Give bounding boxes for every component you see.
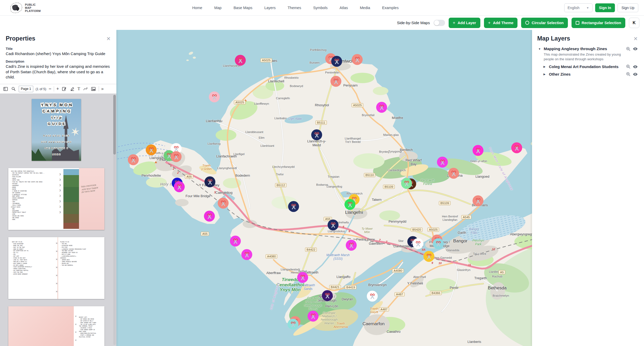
sign-up-button[interactable]: Sign Up [618, 3, 638, 12]
add-theme-button[interactable]: + Add Theme [484, 18, 518, 28]
page-number-input[interactable] [19, 86, 33, 92]
zoom-to-layer-icon[interactable] [626, 47, 630, 51]
zine-marker-scissors[interactable] [448, 168, 459, 179]
zine-title: Cadi Richardson (she/her) Ynys Môn Campi… [0, 51, 116, 56]
zine-marker-scissors[interactable] [171, 151, 182, 162]
fold-marks: ❯ ❯ ❯ ❯ ❯ ❯ ❯ ❯ [59, 172, 61, 215]
nav-item-examples[interactable]: Examples [382, 6, 399, 10]
zine-marker-scissors[interactable] [346, 240, 357, 251]
zine-marker-scissors[interactable] [235, 55, 246, 66]
chevron-down-icon: ▼ [586, 6, 589, 9]
zine-marker-scissors[interactable] [473, 145, 483, 156]
pdf-page-4[interactable]: ✕ ✕ ✕ ✕ ✕ BUCKET LIST: - GET BOOZE AND D… [8, 306, 104, 346]
image-icon[interactable] [91, 86, 96, 92]
layer-group-description: This map demonstrated the Zines created … [532, 52, 644, 63]
nav-item-base-maps[interactable]: Base Maps [234, 6, 253, 10]
cover-tagline-row: andappreciation [32, 139, 81, 144]
nav-item-media[interactable]: Media [360, 6, 370, 10]
cover-letters-row: GUIDE [32, 121, 81, 126]
zine-marker-scissors[interactable] [433, 238, 444, 249]
zine-marker-scissors[interactable] [331, 56, 342, 67]
zine-marker-scissors[interactable] [204, 176, 215, 187]
zine-marker-scissors[interactable] [413, 238, 423, 249]
what-not-to-do-list: WHAT NOT TO DO: - KISS EACHOTHER - BURN … [12, 241, 54, 275]
nav-item-home[interactable]: Home [192, 6, 202, 10]
side-by-side-toggle[interactable] [434, 20, 445, 26]
zine-marker-scissors[interactable] [401, 178, 412, 189]
language-select[interactable]: English ▼ [564, 3, 593, 12]
text-tool-icon[interactable]: T [77, 86, 80, 91]
draw-icon[interactable] [83, 86, 88, 92]
zine-marker-scissors[interactable] [297, 272, 308, 283]
zoom-in-button[interactable]: + [56, 86, 59, 92]
close-icon[interactable]: ✕ [106, 36, 111, 41]
rectangle-icon [576, 21, 579, 25]
zine-marker-scissors[interactable] [322, 290, 333, 301]
highlighter-icon[interactable] [69, 86, 75, 92]
visibility-eye-icon[interactable] [633, 65, 638, 69]
nav-item-layers[interactable]: Layers [264, 6, 276, 10]
pink-page: THIS PHOTOGR- -APH WAS TAKEN IN YNYS MON [79, 168, 104, 230]
zoom-to-layer-icon[interactable] [626, 64, 630, 69]
zine-marker-scissors[interactable] [328, 219, 338, 230]
layer-child-row[interactable]: ▶ Coleg Menai Art Foundation Students [532, 63, 644, 70]
more-tools-button[interactable]: » [101, 86, 104, 91]
zine-marker-scissors[interactable] [288, 319, 298, 330]
map-layers-panel: Map Layers ✕ ▼ Mapping Anglesey through … [532, 30, 644, 346]
zine-marker-scissors[interactable] [311, 129, 322, 140]
zoom-to-layer-icon[interactable] [626, 72, 630, 76]
zine-marker-scissors[interactable] [230, 236, 241, 247]
zine-marker-scissors[interactable] [288, 201, 299, 212]
pdf-scrollbar[interactable] [113, 95, 116, 345]
pdf-page-2[interactable]: YNYS MON CAMPING TRIP ESSENTIALS: - FOR … [8, 168, 104, 230]
visibility-eye-icon[interactable] [633, 47, 638, 51]
circular-selection-button[interactable]: Circular Selection [521, 18, 568, 28]
sign-in-button[interactable]: Sign In [595, 3, 615, 12]
pdf-page-1-cover[interactable]: ✶ YNYSMONCAMPINGtripGUIDEhaveyourpickand… [32, 99, 81, 161]
zoom-out-button[interactable]: − [49, 86, 51, 92]
zine-marker-scissors[interactable] [473, 195, 483, 206]
expand-triangle-icon[interactable]: ▶ [543, 73, 547, 76]
zine-marker-scissors[interactable] [209, 91, 220, 102]
collapse-triangle-icon[interactable]: ▼ [538, 48, 541, 50]
nav-item-themes[interactable]: Themes [288, 6, 301, 10]
rectangular-selection-button[interactable]: Rectangular Selection [572, 18, 625, 28]
zine-description: Cadi's Zine is inspired by her love of c… [0, 64, 116, 80]
expand-triangle-icon[interactable]: ▶ [543, 65, 547, 68]
zine-marker-scissors[interactable] [511, 142, 522, 153]
zine-marker-scissors[interactable] [352, 54, 363, 65]
zine-marker-scissors[interactable] [128, 154, 139, 165]
zine-marker-scissors[interactable] [367, 291, 378, 302]
nav-item-symbols[interactable]: Symbols [313, 6, 328, 10]
zine-marker-scissors[interactable] [308, 311, 318, 322]
keyboard-shortcut-button[interactable]: K [629, 18, 639, 28]
pdf-page-3[interactable]: WHAT NOT TO DO: - KISS EACHOTHER - BURN … [8, 237, 104, 299]
search-icon[interactable] [11, 86, 16, 92]
layer-child-row[interactable]: ▶ Other Zines [532, 70, 644, 78]
language-value: English [568, 6, 580, 10]
close-icon[interactable]: ✕ [633, 36, 638, 41]
zine-marker-scissors[interactable] [437, 157, 448, 168]
zine-marker-scissors[interactable] [241, 249, 252, 260]
add-layer-button[interactable]: + Add Layer [449, 18, 480, 28]
zine-marker-scissors[interactable] [204, 211, 215, 222]
zine-marker-scissors[interactable] [376, 102, 387, 113]
fold-marks: ✕ ✕ ✕ ✕ ✕ [75, 312, 77, 346]
zine-marker-scissors[interactable] [174, 181, 185, 192]
zine-marker-scissors[interactable] [146, 144, 157, 155]
nav-item-map[interactable]: Map [214, 6, 222, 10]
app-logo[interactable]: PUBLIC MAP PLATFORM [9, 1, 41, 14]
zine-marker-scissors[interactable] [330, 76, 341, 87]
nav-item-atlas[interactable]: Atlas [340, 6, 348, 10]
circle-icon [525, 21, 529, 25]
sidebar-toggle-icon[interactable] [3, 86, 8, 92]
description-label: Description [0, 56, 116, 64]
zine-marker-scissors[interactable] [344, 199, 355, 210]
map-layers-title: Map Layers [537, 35, 570, 42]
zine-marker-scissors[interactable] [423, 251, 434, 262]
layer-group-row[interactable]: ▼ Mapping Anglesey through Zines [532, 45, 644, 52]
visibility-eye-icon[interactable] [633, 72, 638, 76]
zine-marker-scissors[interactable] [218, 198, 229, 209]
annotate-icon[interactable] [61, 86, 67, 92]
pdf-viewer[interactable]: ✶ YNYSMONCAMPINGtripGUIDEhaveyourpickand… [0, 94, 116, 346]
